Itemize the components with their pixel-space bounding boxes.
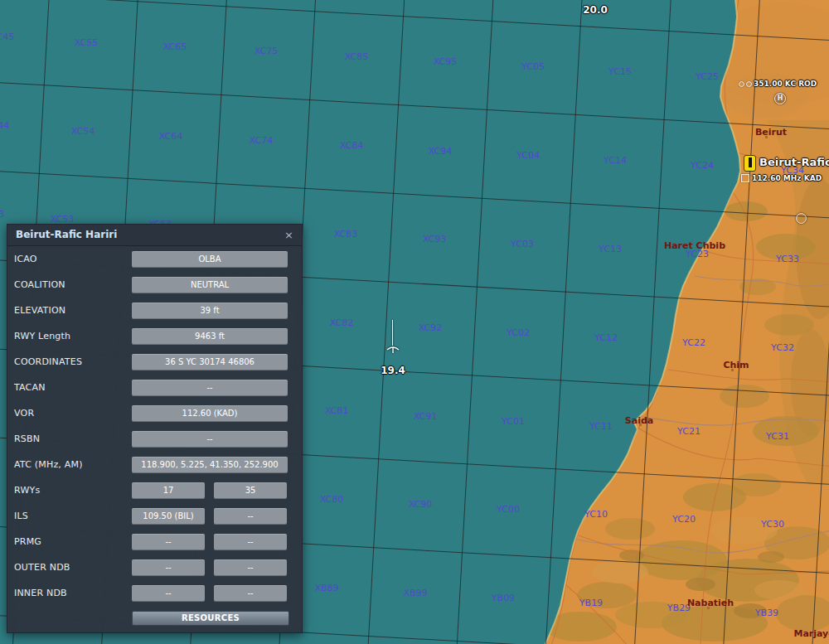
panel-value-button[interactable]: NEUTRAL — [132, 277, 288, 293]
panel-row-values: ---- — [132, 559, 287, 576]
panel-row-tacan: TACAN-- — [7, 375, 302, 400]
resources-button[interactable]: RESOURCES — [132, 611, 289, 626]
panel-row-values: 39 ft — [132, 303, 288, 319]
panel-title-bar[interactable]: Beirut-Rafic Hariri × — [7, 225, 302, 246]
panel-row-coalition: COALITIONNEUTRAL — [7, 272, 302, 298]
panel-row-values: ---- — [132, 585, 287, 602]
city-label: Nabatieh — [669, 598, 752, 608]
panel-row-rwys: RWYs1735 — [7, 477, 302, 503]
panel-value-button[interactable]: 112.60 (KAD) — [132, 405, 288, 422]
panel-row-label: INNER NDB — [14, 588, 67, 598]
panel-row-label: ELEVATION — [14, 305, 65, 316]
panel-row-values: 1735 — [132, 482, 287, 499]
close-icon[interactable]: × — [284, 230, 293, 240]
runway-bar-icon — [749, 157, 752, 167]
panel-row-label: RWY Length — [14, 331, 70, 341]
panel-row-label: ILS — [14, 511, 28, 521]
panel-value-button[interactable]: -- — [132, 380, 288, 396]
panel-row-prmg: PRMG---- — [7, 529, 302, 554]
panel-row-values: NEUTRAL — [132, 277, 288, 293]
vor-tag-text: 112.60 MHz KAD — [752, 174, 822, 182]
panel-value-button[interactable]: -- — [132, 431, 288, 448]
panel-value-button[interactable]: 39 ft — [132, 303, 288, 319]
grid-scale-reading-top: 20.0 — [577, 4, 613, 16]
panel-value-button[interactable]: -- — [132, 585, 205, 602]
panel-row-values: 118.900, 5.225, 41.350, 252.900 — [132, 457, 288, 473]
panel-row-label: OUTER NDB — [14, 562, 70, 573]
vor-frequency-tag: 112.60 MHz KAD — [741, 174, 822, 182]
panel-row-values: ---- — [132, 534, 287, 550]
map-cursor-line — [392, 320, 393, 346]
panel-row-label: COALITION — [14, 279, 65, 290]
map-stage[interactable]: XC45XC55XC65XC75XC85XC95YC05YC15YC25XC44… — [0, 0, 829, 644]
vor-box-icon — [741, 174, 749, 182]
ndb-icon — [746, 81, 752, 87]
panel-value-button[interactable]: -- — [132, 559, 205, 576]
city-label: Haret Chbib — [653, 240, 736, 251]
ndb-tag-text: 351.00 KC ROD — [754, 80, 817, 88]
panel-value-button[interactable]: -- — [214, 534, 287, 550]
panel-value-button[interactable]: 36 S YC 30174 46806 — [132, 354, 288, 370]
panel-row-inner-ndb: INNER NDB---- — [7, 580, 302, 606]
panel-title: Beirut-Rafic Hariri — [16, 225, 117, 245]
panel-value-button[interactable]: 118.900, 5.225, 41.350, 252.900 — [132, 457, 288, 473]
panel-value-button[interactable]: 17 — [132, 482, 205, 499]
panel-value-button[interactable]: OLBA — [132, 251, 288, 268]
airport-info-panel: Beirut-Rafic Hariri × ICAOOLBACOALITIONN… — [7, 224, 303, 633]
panel-value-button[interactable]: 109.50 (BIL) — [132, 508, 205, 525]
panel-value-button[interactable]: 9463 ft — [132, 328, 288, 345]
panel-row-values: 112.60 (KAD) — [132, 405, 288, 422]
panel-value-button[interactable]: -- — [214, 508, 287, 525]
cursor-scale-reading: 19.4 — [375, 365, 411, 376]
panel-row-atc-mhz-am: ATC (MHz, AM)118.900, 5.225, 41.350, 252… — [7, 452, 302, 477]
panel-value-button[interactable]: -- — [214, 585, 287, 602]
panel-row-label: COORDINATES — [14, 356, 82, 367]
map-cursor-glider-icon — [386, 344, 400, 354]
city-label: Saida — [598, 415, 681, 426]
airport-icon[interactable] — [744, 155, 756, 172]
city-label: Marjayoun — [779, 628, 829, 639]
panel-row-label: TACAN — [14, 382, 46, 393]
panel-row-coordinates: COORDINATES36 S YC 30174 46806 — [7, 349, 302, 375]
poi-circle-icon[interactable] — [796, 213, 807, 224]
panel-row-values: -- — [132, 431, 288, 448]
panel-value-button[interactable]: -- — [132, 534, 205, 550]
panel-row-values: OLBA — [132, 251, 288, 268]
panel-value-button[interactable]: -- — [214, 559, 287, 576]
panel-row-values: -- — [132, 380, 288, 396]
city-label: Chim — [695, 360, 778, 370]
city-label: Beirut — [730, 127, 812, 138]
panel-row-label: RSBN — [14, 433, 40, 444]
panel-row-outer-ndb: OUTER NDB---- — [7, 554, 302, 580]
panel-value-button[interactable]: 35 — [214, 482, 287, 499]
airport-map-label[interactable]: Beirut-Rafic — [759, 156, 829, 168]
panel-row-elevation: ELEVATION39 ft — [7, 298, 302, 323]
panel-row-vor: VOR112.60 (KAD) — [7, 400, 302, 426]
panel-row-label: ATC (MHz, AM) — [14, 459, 83, 470]
panel-row-icao: ICAOOLBA — [7, 246, 302, 272]
ndb-frequency-tag: 351.00 KC ROD — [739, 80, 817, 88]
helipad-icon[interactable]: H — [774, 93, 786, 104]
panel-row-rsbn: RSBN-- — [7, 426, 302, 452]
panel-row-values: 9463 ft — [132, 328, 288, 345]
panel-row-label: ICAO — [14, 254, 37, 264]
panel-row-label: VOR — [14, 408, 34, 419]
panel-row-values: 36 S YC 30174 46806 — [132, 354, 288, 370]
panel-row-rwy-length: RWY Length9463 ft — [7, 323, 302, 349]
panel-row-ils: ILS109.50 (BIL)-- — [7, 503, 302, 529]
panel-row-values: 109.50 (BIL)-- — [132, 508, 287, 525]
ndb-icon — [739, 81, 744, 87]
panel-rows: ICAOOLBACOALITIONNEUTRALELEVATION39 ftRW… — [7, 246, 302, 606]
panel-row-label: PRMG — [14, 536, 41, 547]
panel-row-label: RWYs — [14, 485, 40, 496]
